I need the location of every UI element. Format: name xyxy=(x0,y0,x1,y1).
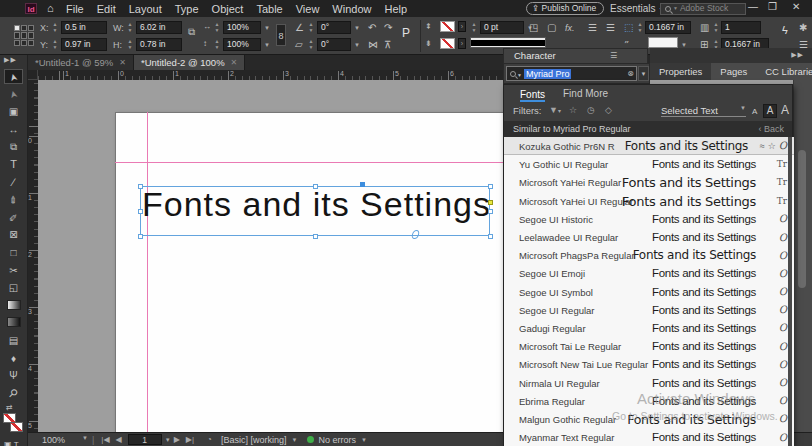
paper-swatch[interactable] xyxy=(648,37,678,48)
stroke-menu-button[interactable]: › xyxy=(458,38,466,49)
ruler-origin[interactable] xyxy=(28,70,38,80)
font-list-item[interactable]: Microsoft YaHei UI RegularFonts and its … xyxy=(504,192,794,210)
scissors-tool[interactable]: ✂ xyxy=(4,263,23,278)
settings-gear-icon[interactable]: ✱ xyxy=(799,22,807,33)
favorites-star-icon[interactable]: ☆ xyxy=(569,105,577,115)
pencil-tool[interactable]: ✎ xyxy=(4,210,23,225)
preview-size-small[interactable]: A xyxy=(752,107,757,116)
scale-x-dropdown[interactable]: ▼ xyxy=(264,25,270,31)
stroke-weight-stepper[interactable]: ▲▼ xyxy=(470,21,478,34)
font-list-item[interactable]: Microsoft PhagsPa RegularFonts and its S… xyxy=(504,246,794,264)
font-list-item[interactable]: Segoe UI SymbolFonts and its SettingsO xyxy=(504,283,794,301)
collapse-tools-icon[interactable]: ▶▶ xyxy=(4,56,17,64)
w-stepper[interactable]: ▲▼ xyxy=(126,21,134,34)
dock-scrollbar[interactable] xyxy=(798,150,806,288)
dock-tab-cc-libraries[interactable]: CC Libraries xyxy=(756,63,812,80)
flip-vertical-icon[interactable]: ⊼ xyxy=(384,39,391,50)
effects-icon[interactable]: ◳ xyxy=(529,22,538,33)
font-list-item[interactable]: Gadugi RegularFonts and its SettingsO xyxy=(504,319,794,337)
fill-menu-button[interactable]: › xyxy=(458,21,466,32)
rotate-cw-icon[interactable]: ↷ xyxy=(384,22,392,33)
fill-stroke-proxy[interactable] xyxy=(3,413,25,437)
select-container-icon[interactable]: ⇞ xyxy=(425,22,432,31)
close-tab-icon[interactable]: ✕ xyxy=(231,58,238,67)
shear-dropdown[interactable]: ▼ xyxy=(354,42,360,48)
inset-stepper[interactable]: ▲▼ xyxy=(636,21,644,34)
corner-options-handle[interactable] xyxy=(488,200,493,205)
dock-tab-properties[interactable]: Properties xyxy=(650,63,711,80)
font-list-item[interactable]: Nirmala UI RegularFonts and its Settings… xyxy=(504,373,794,391)
shear-stepper[interactable]: ▲▼ xyxy=(307,38,315,51)
page-number-field[interactable]: 1 xyxy=(128,434,162,445)
font-list-item[interactable]: Leelawadee UI RegularFonts and its Setti… xyxy=(504,228,794,246)
stroke-style-preview[interactable] xyxy=(470,37,546,48)
font-list-item[interactable]: Segoe UI EmojiFonts and its SettingsO xyxy=(504,264,794,282)
prev-page-icon[interactable]: ◀ xyxy=(116,435,122,444)
filter-funnel-icon[interactable]: ▼▾ xyxy=(549,105,561,115)
tab-find-more[interactable]: Find More xyxy=(563,88,608,99)
stroke-swatch[interactable] xyxy=(440,38,455,49)
preview-size-medium[interactable]: A xyxy=(763,104,777,118)
font-list-item[interactable]: Segoe UI HistoricFonts and its SettingsO xyxy=(504,210,794,228)
align-right-icon[interactable]: ☰ xyxy=(606,22,615,33)
font-dropdown-button[interactable]: ▼ xyxy=(638,66,649,81)
preflight-profile[interactable]: [Basic] [working] xyxy=(221,435,287,445)
menu-view[interactable]: View xyxy=(296,3,320,15)
link-scale-icon[interactable]: 8 xyxy=(276,24,286,46)
hand-tool[interactable]: Ψ xyxy=(4,368,23,383)
constrain-proportions-icon[interactable]: ⧉ xyxy=(188,26,195,38)
errors-dropdown[interactable]: ▼ xyxy=(361,437,367,443)
h-field[interactable]: 0.78 in xyxy=(136,38,182,51)
eyedropper-tool[interactable]: ♦ xyxy=(4,351,23,366)
font-list-item[interactable]: Kozuka Gothic Pr6N RFonts and its Settin… xyxy=(504,137,794,155)
character-panel-menu-icon[interactable]: ☰ xyxy=(610,51,617,60)
font-list-item[interactable]: Yu Gothic UI RegularFonts and its Settin… xyxy=(504,155,794,173)
frame-anchor-handle[interactable] xyxy=(360,182,365,187)
favorite-star-icon[interactable]: ☆ xyxy=(768,141,776,151)
frame-handle[interactable] xyxy=(138,209,143,214)
rotation-field[interactable]: 0° xyxy=(317,21,351,34)
menu-layout[interactable]: Layout xyxy=(129,3,162,15)
free-transform-tool[interactable]: ◱ xyxy=(4,280,23,295)
inset-field[interactable]: 0.1667 in xyxy=(645,21,691,34)
similar-icon[interactable]: ≈ xyxy=(760,141,765,151)
frame-handle[interactable] xyxy=(138,184,143,189)
first-page-icon[interactable]: |◀ xyxy=(101,435,109,444)
rectangle-frame-tool[interactable]: ⊠ xyxy=(4,227,23,242)
font-list-item[interactable]: Ebrima RegularFonts and its SettingsO xyxy=(504,392,794,410)
clear-search-icon[interactable]: ⊗ xyxy=(627,69,634,78)
scale-x-stepper[interactable]: ▲▼ xyxy=(213,21,221,34)
h-stepper[interactable]: ▲▼ xyxy=(126,38,134,51)
gradient-feather-tool[interactable] xyxy=(4,315,23,330)
scale-y-field[interactable]: 100% xyxy=(223,38,261,51)
menu-table[interactable]: Table xyxy=(256,3,282,15)
type-tool[interactable]: T xyxy=(4,157,23,172)
font-list-item[interactable]: Myanmar Text RegularFonts and its Settin… xyxy=(504,428,794,446)
fx-icon[interactable]: fx. xyxy=(565,23,575,33)
scale-x-field[interactable]: 100% xyxy=(223,21,261,34)
preflight-icon[interactable]: ◔ xyxy=(207,435,212,444)
collapse-dock-icon[interactable]: ▶▶ xyxy=(791,51,804,59)
recent-clock-icon[interactable]: ◷ xyxy=(587,105,595,115)
w-field[interactable]: 6.02 in xyxy=(136,21,182,34)
frame-handle[interactable] xyxy=(488,184,493,189)
content-collector-tool[interactable]: ⧉ xyxy=(4,139,23,154)
line-tool[interactable]: ∕ xyxy=(4,175,23,190)
select-content-icon[interactable]: ⇟ xyxy=(425,39,432,48)
stroke-weight-field[interactable]: 0 pt xyxy=(480,21,524,34)
dock-tab-pages[interactable]: Pages xyxy=(711,63,756,80)
adobe-stock-search[interactable]: ▼ Adobe Stock xyxy=(660,3,746,15)
direct-selection-tool[interactable]: ➤ xyxy=(4,87,23,102)
shear-field[interactable]: 0° xyxy=(317,38,351,51)
activated-fonts-icon[interactable]: ◇ xyxy=(605,105,612,115)
reference-point-proxy[interactable] xyxy=(14,25,34,46)
page-dropdown[interactable]: ▼ xyxy=(165,437,171,443)
font-list-item[interactable]: Segoe UI RegularFonts and its SettingsO xyxy=(504,301,794,319)
formatting-affects-icons[interactable]: ▣ T xyxy=(4,440,26,446)
note-tool[interactable]: ▤ xyxy=(4,333,23,348)
font-search-input[interactable]: ▼ Myriad Pro ⊗ xyxy=(506,66,637,81)
publish-online-button[interactable]: ⇪ Publish Online xyxy=(526,2,604,15)
vertical-ruler[interactable]: 012345 xyxy=(28,80,38,432)
page-tool[interactable]: ▣ xyxy=(4,104,23,119)
font-list-scrollbar[interactable] xyxy=(788,137,792,446)
